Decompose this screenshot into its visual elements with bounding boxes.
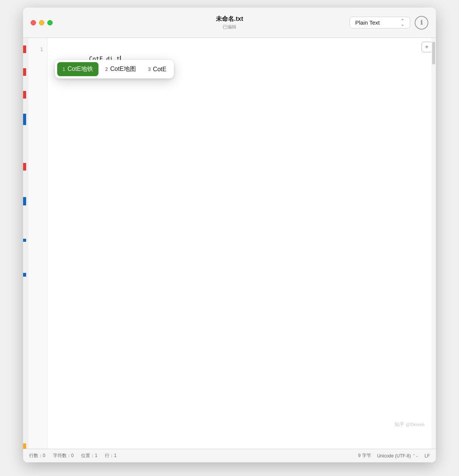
autocomplete-popup: 1 CotE地铁 2 CotE地图 3 CotE bbox=[55, 60, 174, 78]
autocomplete-text-2: CotE bbox=[153, 66, 167, 73]
titlebar-right: Plain Text ⌃ ⌄ ℹ bbox=[350, 16, 428, 30]
info-button[interactable]: ℹ bbox=[415, 16, 428, 30]
minimize-button[interactable] bbox=[39, 20, 44, 25]
main-window: 未命名.txt 已编辑 Plain Text ⌃ ⌄ ℹ bbox=[23, 8, 436, 462]
scrollbar-track[interactable] bbox=[431, 38, 436, 449]
close-button[interactable] bbox=[31, 20, 36, 25]
statusbar-line: 行：1 bbox=[105, 453, 117, 459]
window-subtitle: 已编辑 bbox=[216, 24, 243, 30]
sidebar-strip-red-1 bbox=[23, 45, 26, 53]
chevron-updown-icon: ⌃ ⌄ bbox=[401, 19, 404, 26]
editor-main[interactable]: + 1 CotE di t 1 CotE地铁 2 CotE地图 bbox=[28, 38, 436, 449]
sidebar-strip-red-3 bbox=[23, 91, 26, 99]
statusbar-line-label: 行： bbox=[105, 453, 114, 458]
statusbar-encoding[interactable]: Unicode (UTF-8) ⌃⌄ bbox=[377, 453, 418, 459]
format-selector[interactable]: Plain Text ⌃ ⌄ bbox=[350, 17, 410, 28]
sidebar-strip-blue-4 bbox=[23, 273, 26, 277]
statusbar-left: 行数：0 字符数：0 位置：1 行：1 bbox=[29, 453, 117, 459]
autocomplete-item-2[interactable]: 3 CotE bbox=[143, 63, 172, 76]
statusbar-position: 位置：1 bbox=[81, 453, 97, 459]
sidebar-strip-blue-1 bbox=[23, 114, 26, 125]
statusbar-encoding-label: Unicode (UTF-8) bbox=[377, 453, 411, 459]
statusbar-position-label: 位置： bbox=[81, 453, 95, 458]
maximize-button[interactable] bbox=[47, 20, 53, 25]
sidebar-strip-yellow bbox=[23, 443, 26, 449]
statusbar-rows-label: 行数： bbox=[29, 453, 43, 458]
statusbar-rows-value: 0 bbox=[43, 453, 45, 458]
line-number-1: 1 bbox=[28, 44, 47, 55]
sidebar-strip-blue-3 bbox=[23, 239, 26, 242]
statusbar-bytes: 9 字节 bbox=[358, 453, 371, 459]
sidebar-strips bbox=[23, 38, 28, 449]
editor-content[interactable]: CotE di t bbox=[47, 38, 436, 449]
sidebar-strip-red-2 bbox=[23, 68, 26, 76]
titlebar-center: 未命名.txt 已编辑 bbox=[216, 15, 243, 30]
statusbar-right: 9 字节 Unicode (UTF-8) ⌃⌄ LF bbox=[358, 453, 430, 459]
autocomplete-text-1: CotE地图 bbox=[110, 65, 136, 73]
sidebar-strip-red-4 bbox=[23, 163, 26, 171]
autocomplete-text-0: CotE地铁 bbox=[67, 65, 93, 73]
traffic-lights bbox=[31, 20, 53, 25]
statusbar-chars-value: 0 bbox=[71, 453, 74, 458]
statusbar: 行数：0 字符数：0 位置：1 行：1 9 字节 Unicode (UTF-8)… bbox=[23, 449, 436, 462]
autocomplete-item-1[interactable]: 2 CotE地图 bbox=[100, 62, 141, 76]
info-icon: ℹ bbox=[420, 19, 423, 26]
sidebar-strip-blue-2 bbox=[23, 197, 26, 205]
statusbar-rows: 行数：0 bbox=[29, 453, 45, 459]
autocomplete-item-0[interactable]: 1 CotE地铁 bbox=[57, 62, 98, 76]
statusbar-line-value: 1 bbox=[114, 453, 117, 458]
titlebar: 未命名.txt 已编辑 Plain Text ⌃ ⌄ ℹ bbox=[23, 8, 436, 38]
editor-area: + 1 CotE di t 1 CotE地铁 2 CotE地图 bbox=[23, 38, 436, 449]
statusbar-encoding-chevrons: ⌃⌄ bbox=[412, 454, 418, 458]
statusbar-chars: 字符数：0 bbox=[53, 453, 74, 459]
autocomplete-num-2: 3 bbox=[148, 66, 151, 72]
statusbar-position-value: 1 bbox=[95, 453, 97, 458]
autocomplete-num-1: 2 bbox=[105, 66, 108, 72]
scrollbar-thumb[interactable] bbox=[432, 42, 435, 64]
line-numbers: 1 bbox=[28, 38, 47, 449]
statusbar-chars-label: 字符数： bbox=[53, 453, 71, 458]
watermark: 知乎 @Dereen bbox=[395, 421, 425, 428]
format-selector-label: Plain Text bbox=[355, 19, 380, 26]
window-title: 未命名.txt bbox=[216, 15, 243, 23]
statusbar-line-ending: LF bbox=[425, 453, 430, 459]
autocomplete-num-0: 1 bbox=[62, 66, 65, 72]
